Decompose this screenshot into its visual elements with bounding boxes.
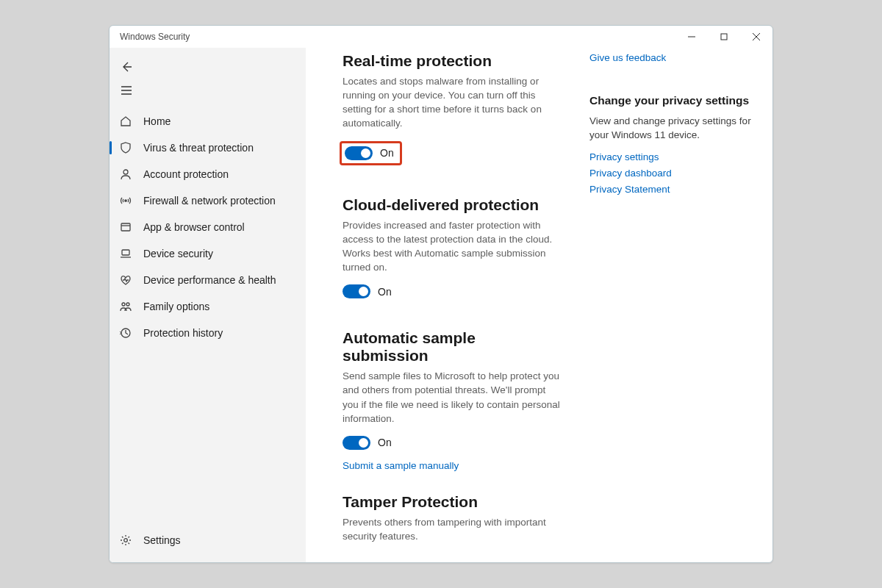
section-description: Provides increased and faster protection…: [343, 218, 563, 275]
section-title: Cloud-delivered protection: [343, 196, 563, 214]
nav-label: Family options: [143, 301, 209, 312]
window-title: Windows Security: [120, 32, 190, 42]
aside-panel: Give us feedback Change your privacy set…: [563, 52, 758, 562]
app-window: Windows Security Hom: [109, 25, 773, 563]
section-cloud: Cloud-delivered protection Provides incr…: [343, 196, 563, 299]
cloud-toggle[interactable]: [343, 284, 370, 298]
section-realtime: Real-time protection Locates and stops m…: [343, 52, 563, 165]
nav-item-device-security[interactable]: Device security: [110, 240, 306, 267]
cloud-toggle-row: On: [343, 284, 563, 298]
nav-item-home[interactable]: Home: [110, 108, 306, 135]
sample-toggle[interactable]: [343, 436, 370, 450]
nav-label: Device performance & health: [143, 274, 276, 286]
shield-icon: [120, 142, 132, 154]
svg-rect-12: [122, 250, 129, 255]
heart-icon: [120, 274, 132, 286]
toggle-state-label: On: [380, 147, 394, 159]
privacy-description: View and change privacy settings for you…: [589, 115, 758, 143]
svg-point-17: [124, 539, 128, 542]
nav-label: Home: [143, 115, 171, 127]
svg-point-15: [126, 303, 129, 306]
svg-rect-10: [121, 223, 130, 231]
section-title: Real-time protection: [343, 52, 563, 70]
nav-item-protection-history[interactable]: Protection history: [110, 320, 306, 346]
toggle-state-label: On: [378, 437, 392, 448]
nav-item-app-browser[interactable]: App & browser control: [110, 214, 306, 240]
section-title: Tamper Protection: [343, 493, 563, 511]
privacy-heading: Change your privacy settings: [589, 94, 758, 107]
back-button[interactable]: [112, 55, 141, 79]
toggle-state-label: On: [378, 286, 392, 298]
realtime-toggle[interactable]: [345, 146, 373, 160]
section-sample: Automatic sample submission Send sample …: [343, 329, 563, 471]
svg-point-8: [123, 170, 128, 174]
maximize-button[interactable]: [708, 26, 740, 48]
privacy-dashboard-link[interactable]: Privacy dashboard: [589, 168, 758, 179]
section-description: Prevents others from tampering with impo…: [343, 515, 563, 543]
laptop-icon: [120, 248, 132, 259]
nav-label: App & browser control: [143, 221, 245, 233]
section-title: Automatic sample submission: [343, 329, 563, 365]
nav-item-performance[interactable]: Device performance & health: [110, 267, 306, 293]
section-description: Send sample files to Microsoft to help p…: [343, 369, 563, 426]
history-icon: [120, 327, 132, 339]
nav-item-virus-threat[interactable]: Virus & threat protection: [110, 135, 306, 161]
realtime-toggle-row: On: [340, 141, 402, 165]
sidebar: Home Virus & threat protection Account p…: [110, 48, 306, 562]
minimize-button[interactable]: [675, 26, 708, 48]
nav-label: Settings: [143, 534, 181, 546]
nav-label: Account protection: [143, 168, 229, 180]
hamburger-button[interactable]: [112, 79, 141, 102]
feedback-link[interactable]: Give us feedback: [589, 52, 758, 63]
nav-item-firewall[interactable]: Firewall & network protection: [110, 187, 306, 214]
nav-label: Protection history: [143, 327, 223, 339]
section-tamper: Tamper Protection Prevents others from t…: [343, 493, 563, 553]
person-icon: [120, 168, 132, 180]
privacy-settings-link[interactable]: Privacy settings: [589, 151, 758, 162]
antenna-icon: [120, 195, 132, 207]
submit-sample-link[interactable]: Submit a sample manually: [343, 460, 563, 471]
privacy-statement-link[interactable]: Privacy Statement: [589, 184, 758, 195]
nav-label: Firewall & network protection: [143, 195, 276, 207]
titlebar: Windows Security: [110, 26, 772, 48]
window-controls: [675, 26, 772, 48]
home-icon: [120, 115, 132, 127]
gear-icon: [120, 534, 132, 546]
main-content: Real-time protection Locates and stops m…: [343, 52, 563, 562]
nav-item-family[interactable]: Family options: [110, 293, 306, 320]
nav-label: Device security: [143, 248, 213, 259]
sample-toggle-row: On: [343, 436, 563, 450]
nav-item-settings[interactable]: Settings: [110, 527, 306, 553]
svg-rect-1: [721, 34, 727, 40]
nav-item-account[interactable]: Account protection: [110, 161, 306, 187]
nav-label: Virus & threat protection: [143, 142, 254, 154]
svg-point-9: [125, 200, 126, 201]
section-description: Locates and stops malware from installin…: [343, 74, 563, 131]
svg-point-14: [122, 303, 125, 306]
people-icon: [120, 301, 132, 312]
close-button[interactable]: [740, 26, 772, 48]
window-icon: [120, 221, 132, 233]
